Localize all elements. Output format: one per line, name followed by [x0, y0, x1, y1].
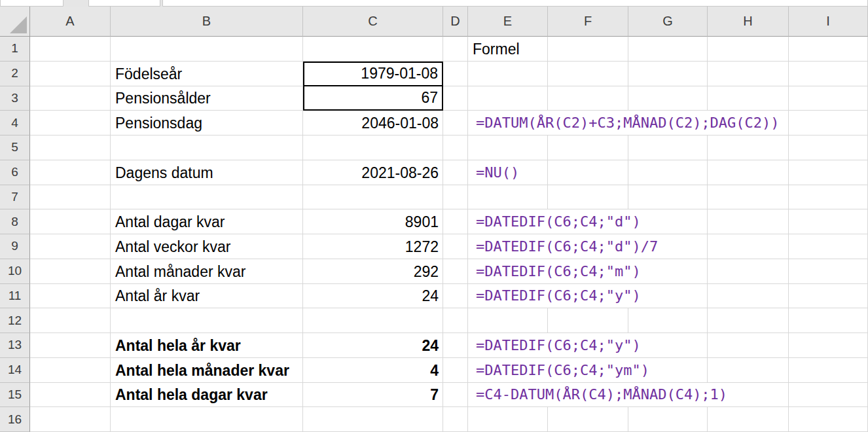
- column-header-C[interactable]: C: [303, 7, 443, 37]
- cell-G6[interactable]: [628, 160, 708, 185]
- cell-D15[interactable]: [443, 383, 468, 408]
- cell-I7[interactable]: [789, 185, 868, 210]
- cell-D11[interactable]: [443, 284, 468, 309]
- cell-F16[interactable]: [548, 407, 628, 432]
- cell-F3[interactable]: [548, 86, 628, 111]
- column-header-D[interactable]: D: [443, 7, 468, 37]
- cell-F1[interactable]: [548, 37, 628, 62]
- cell-C10[interactable]: 292: [303, 259, 443, 284]
- cell-F12[interactable]: [548, 308, 628, 333]
- row-header-12[interactable]: 12: [0, 308, 30, 333]
- row-header-14[interactable]: 14: [0, 358, 30, 383]
- cell-G5[interactable]: [628, 135, 708, 160]
- cell-I16[interactable]: [789, 407, 868, 432]
- cell-H14[interactable]: [708, 358, 789, 383]
- cell-H1[interactable]: [708, 37, 789, 62]
- cell-H2[interactable]: [708, 62, 789, 86]
- cell-A1[interactable]: [30, 37, 111, 62]
- cell-A11[interactable]: [30, 284, 111, 309]
- cell-F5[interactable]: [548, 135, 628, 160]
- cell-H9[interactable]: [708, 234, 789, 259]
- cell-C6[interactable]: 2021-08-26: [303, 160, 443, 185]
- cell-I5[interactable]: [789, 135, 868, 160]
- cell-C4[interactable]: 2046-01-08: [303, 111, 443, 135]
- cell-A8[interactable]: [30, 209, 111, 234]
- cell-E3[interactable]: [468, 86, 548, 111]
- cell-G2[interactable]: [628, 62, 708, 86]
- column-header-G[interactable]: G: [628, 7, 708, 37]
- cell-B6[interactable]: Dagens datum: [111, 160, 303, 185]
- cell-B12[interactable]: [111, 308, 303, 333]
- cell-A4[interactable]: [30, 111, 111, 135]
- column-header-F[interactable]: F: [548, 7, 628, 37]
- row-header-3[interactable]: 3: [0, 86, 30, 111]
- cell-F2[interactable]: [548, 62, 628, 86]
- cell-F7[interactable]: [548, 185, 628, 210]
- row-header-2[interactable]: 2: [0, 62, 30, 86]
- cell-D6[interactable]: [443, 160, 468, 185]
- cell-E15[interactable]: =C4-DATUM(ÅR(C4);MÅNAD(C4);1): [468, 383, 789, 408]
- cell-H16[interactable]: [708, 407, 789, 432]
- cell-H10[interactable]: [708, 259, 789, 284]
- cell-H13[interactable]: [708, 333, 789, 358]
- cell-E8[interactable]: =DATEDIF(C6;C4;"d"): [468, 209, 708, 234]
- cell-E10[interactable]: =DATEDIF(C6;C4;"m"): [468, 259, 708, 284]
- row-header-10[interactable]: 10: [0, 259, 30, 284]
- formula-bar-input[interactable]: [162, 0, 868, 7]
- cell-I11[interactable]: [789, 284, 868, 309]
- cell-D16[interactable]: [443, 407, 468, 432]
- cell-E16[interactable]: [468, 407, 548, 432]
- cell-G1[interactable]: [628, 37, 708, 62]
- cell-I8[interactable]: [789, 209, 868, 234]
- cell-D13[interactable]: [443, 333, 468, 358]
- cell-B5[interactable]: [111, 135, 303, 160]
- row-header-13[interactable]: 13: [0, 333, 30, 358]
- cell-B4[interactable]: Pensionsdag: [111, 111, 303, 135]
- cell-B13[interactable]: Antal hela år kvar: [111, 333, 303, 358]
- column-header-A[interactable]: A: [30, 7, 111, 37]
- cell-A13[interactable]: [30, 333, 111, 358]
- cell-B16[interactable]: [111, 407, 303, 432]
- cell-C15[interactable]: 7: [303, 383, 443, 408]
- cell-A12[interactable]: [30, 308, 111, 333]
- cell-B8[interactable]: Antal dagar kvar: [111, 209, 303, 234]
- cell-G16[interactable]: [628, 407, 708, 432]
- cell-E13[interactable]: =DATEDIF(C6;C4;"y"): [468, 333, 708, 358]
- cell-A15[interactable]: [30, 383, 111, 408]
- cell-I9[interactable]: [789, 234, 868, 259]
- cell-E2[interactable]: [468, 62, 548, 86]
- cell-F6[interactable]: [548, 160, 628, 185]
- row-header-15[interactable]: 15: [0, 383, 30, 408]
- cell-D4[interactable]: [443, 111, 468, 135]
- cell-B15[interactable]: Antal hela dagar kvar: [111, 383, 303, 408]
- column-header-B[interactable]: B: [111, 7, 303, 37]
- cell-E6[interactable]: =NU(): [468, 160, 548, 185]
- cell-E12[interactable]: [468, 308, 548, 333]
- cell-A10[interactable]: [30, 259, 111, 284]
- cell-E7[interactable]: [468, 185, 548, 210]
- cell-C2[interactable]: 1979-01-08: [303, 62, 443, 86]
- cell-D5[interactable]: [443, 135, 468, 160]
- cell-D3[interactable]: [443, 86, 468, 111]
- cell-C13[interactable]: 24: [303, 333, 443, 358]
- row-header-16[interactable]: 16: [0, 407, 30, 432]
- cell-I14[interactable]: [789, 358, 868, 383]
- cell-D14[interactable]: [443, 358, 468, 383]
- row-header-9[interactable]: 9: [0, 234, 30, 259]
- cell-C5[interactable]: [303, 135, 443, 160]
- cell-B2[interactable]: Födelseår: [111, 62, 303, 86]
- cell-C7[interactable]: [303, 185, 443, 210]
- cell-E11[interactable]: =DATEDIF(C6;C4;"y"): [468, 284, 708, 309]
- cell-I2[interactable]: [789, 62, 868, 86]
- cell-D9[interactable]: [443, 234, 468, 259]
- cell-A9[interactable]: [30, 234, 111, 259]
- row-header-4[interactable]: 4: [0, 111, 30, 135]
- cell-G12[interactable]: [628, 308, 708, 333]
- row-header-11[interactable]: 11: [0, 284, 30, 309]
- cell-B7[interactable]: [111, 185, 303, 210]
- cell-B11[interactable]: Antal år kvar: [111, 284, 303, 309]
- cell-D8[interactable]: [443, 209, 468, 234]
- cell-I6[interactable]: [789, 160, 868, 185]
- cell-G3[interactable]: [628, 86, 708, 111]
- cell-D10[interactable]: [443, 259, 468, 284]
